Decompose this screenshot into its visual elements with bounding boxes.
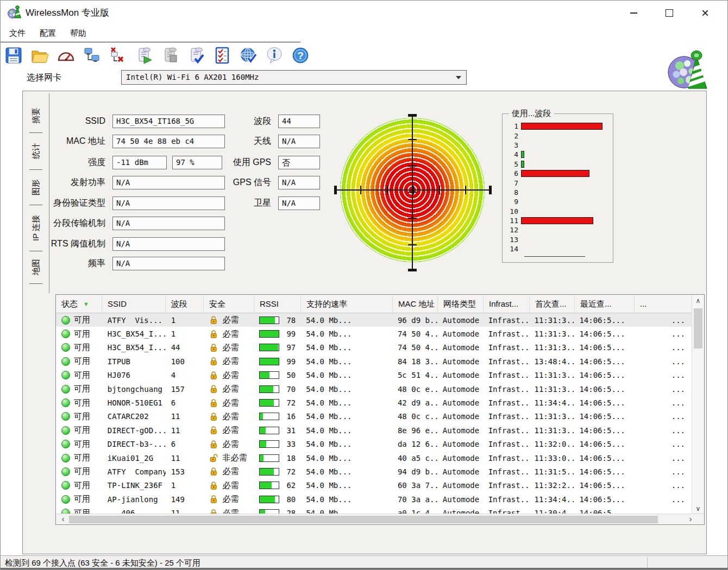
horizontal-scroll-thumb[interactable] — [69, 516, 658, 523]
table-row[interactable]: 可用TP-LINK_236F1必需6254.0 Mb...60 3a 7...A… — [56, 479, 692, 492]
cell-first: 11:31:5... — [529, 465, 574, 478]
strength-dbm-value[interactable]: -11 dBm — [112, 156, 167, 169]
rssi-bar — [259, 440, 279, 448]
table-row[interactable]: 可用H3C_BX54_I...1必需9954.0 Mb...74 50 4...… — [56, 327, 692, 340]
cell-rssi: 80 — [254, 492, 300, 506]
use-gps-value[interactable]: 否 — [278, 156, 320, 169]
table-row[interactable]: 可用H3C_BX54_I...44必需9754.0 Mb...74 50 4..… — [56, 341, 692, 354]
satellite-label: 卫星 — [186, 198, 278, 209]
help-button[interactable]: ? — [291, 46, 310, 65]
close-button[interactable]: × — [687, 1, 723, 25]
table-row[interactable]: 可用CATARC20211必需1654.0 Mb...48 0c c...Aut… — [56, 410, 692, 423]
cell-security: 必需 — [204, 506, 254, 514]
header-cell-nettype[interactable]: 网络类型 — [438, 295, 484, 313]
header-cell-mac[interactable]: MAC 地址 — [393, 295, 438, 313]
cell-last: 14:06:5... — [574, 327, 633, 340]
cell-mac: 48 0c e... — [392, 382, 437, 396]
cell-band: 1 — [166, 327, 204, 340]
frequency-value[interactable]: N/A — [112, 257, 225, 270]
table-row[interactable]: 可用ITPUB100必需9954.0 Mb...84 18 3...Automo… — [56, 354, 692, 368]
stop-logging-button[interactable] — [160, 46, 180, 65]
horizontal-scrollbar[interactable]: ‹ › — [56, 514, 704, 524]
rssi-bar — [259, 454, 279, 462]
cell-status: 可用 — [56, 438, 102, 451]
scroll-right-icon[interactable]: › — [685, 514, 696, 524]
verify-log-button[interactable] — [186, 46, 206, 65]
header-cell-rate[interactable]: 支持的速率 — [301, 295, 393, 313]
table-row[interactable]: 可用HJ0764必需5054.0 Mb...5c 51 4...Automode… — [56, 369, 692, 382]
cell-status: 可用 — [56, 451, 102, 465]
status-available-icon — [61, 509, 70, 514]
header-cell-clip[interactable]: ... — [635, 295, 693, 313]
lock-icon — [209, 440, 218, 449]
header-cell-band[interactable]: 波段 — [166, 295, 204, 313]
cell-band: 4 — [166, 369, 204, 382]
minimize-button[interactable] — [616, 1, 651, 25]
cell-band: 6 — [166, 396, 204, 409]
cell-mac: 5c 51 4... — [392, 369, 437, 382]
header-cell-ssid[interactable]: SSID — [102, 295, 166, 313]
rts-value[interactable]: N/A — [112, 237, 225, 251]
cell-first: 11:31:3... — [529, 410, 574, 423]
gps-signal-value[interactable]: N/A — [278, 176, 320, 189]
save-button[interactable] — [4, 46, 23, 65]
scroll-left-icon[interactable]: ‹ — [57, 514, 69, 524]
scroll-down-icon[interactable]: ∨ — [692, 503, 704, 515]
cell-rssi: 99 — [254, 327, 300, 340]
reconnect-button[interactable] — [82, 46, 102, 65]
table-row[interactable]: 可用ATFY Vis...1必需7854.0 Mb...96 d9 b...Au… — [56, 313, 692, 327]
maximize-button[interactable] — [651, 1, 687, 25]
table-row[interactable]: 可用ATFY Company153必需7254.0 Mb...94 d9 b..… — [56, 465, 692, 478]
table-row[interactable]: 可用DIRECT-gOD...11必需3154.0 Mb...8e 96 e..… — [56, 423, 692, 437]
channel-label: 4 — [506, 150, 521, 159]
cell-security: 必需 — [204, 313, 254, 327]
vertical-scrollbar[interactable]: ∧ ∨ — [692, 295, 704, 515]
satellite-value[interactable]: N/A — [278, 197, 320, 210]
table-row[interactable]: 可用bjtongchuang157必需7054.0 Mb...48 0c e..… — [56, 382, 692, 396]
table-row[interactable]: 可用DIRECT-b3-...6必需3354.0 Mb...da 12 6...… — [56, 438, 692, 451]
lock-icon — [209, 509, 218, 514]
cell-mac: 94 d9 b... — [392, 465, 437, 478]
table-row[interactable]: 可用iKuai01_2G11非必需1854.0 Mb...40 a5 c...A… — [56, 451, 692, 465]
cell-first: 11:30:4... — [529, 506, 574, 514]
status-available-icon — [61, 426, 70, 435]
field-fragmentation: 分段传输机制 N/A — [23, 216, 225, 230]
header-cell-infra[interactable]: Infrast... — [484, 295, 530, 313]
menu-item-帮助[interactable]: 帮助 — [70, 28, 86, 39]
cell-infra: Infrast... — [483, 451, 529, 465]
header-cell-rssi[interactable]: RSSI — [254, 295, 301, 313]
cell-last: 14:06:5... — [574, 354, 633, 368]
window-controls: × — [616, 1, 723, 25]
fragmentation-value[interactable]: N/A — [112, 217, 225, 230]
scroll-up-icon[interactable]: ∧ — [692, 295, 704, 307]
cell-first: 11:31:3... — [529, 423, 574, 437]
header-cell-first[interactable]: 首次查... — [530, 295, 575, 313]
start-logging-button[interactable] — [134, 46, 154, 65]
channel-label: 12 — [506, 226, 521, 234]
rate-graph-button[interactable] — [56, 46, 76, 65]
antenna-value[interactable]: N/A — [278, 135, 320, 148]
info-button[interactable] — [265, 46, 284, 65]
app-logo — [666, 48, 711, 95]
table-row[interactable]: 可用AP-jianlong149必需8054.0 Mb...70 3a a...… — [56, 492, 692, 506]
vertical-scroll-thumb[interactable] — [694, 308, 702, 349]
table-row[interactable]: 可用...40611必需2854.0 Mb...a0 1c 4...Automo… — [56, 506, 692, 514]
cell-infra: Infrast... — [483, 354, 529, 368]
disconnect-button[interactable] — [108, 46, 128, 65]
band-value[interactable]: 44 — [278, 115, 320, 128]
header-cell-last[interactable]: 最近查... — [575, 295, 635, 313]
cell-rate: 54.0 Mb... — [300, 327, 392, 340]
menu-item-文件[interactable]: 文件 — [9, 28, 26, 39]
web-button[interactable] — [239, 46, 258, 65]
cell-ssid: DIRECT-gOD... — [102, 423, 166, 437]
menu-item-配置[interactable]: 配置 — [40, 28, 56, 39]
open-log-button[interactable] — [30, 46, 49, 65]
adapter-select[interactable]: Intel(R) Wi-Fi 6 AX201 160MHz — [121, 70, 467, 85]
svg-text:?: ? — [297, 50, 304, 61]
header-cell-security[interactable]: 安全 — [204, 295, 254, 313]
channel-row: 10 — [506, 207, 611, 216]
header-cell-status[interactable]: 状态▼ — [56, 295, 102, 313]
cell-first: 11:34:4... — [529, 492, 574, 506]
table-row[interactable]: 可用HONOR-510EG16必需7254.0 Mb...42 d9 a...A… — [56, 396, 692, 409]
checklist-button[interactable] — [212, 46, 232, 65]
